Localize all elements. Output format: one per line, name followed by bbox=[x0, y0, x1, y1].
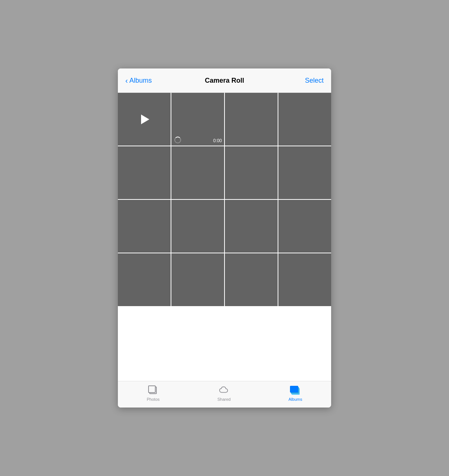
back-chevron-icon: ‹ bbox=[125, 77, 128, 84]
navigation-header: ‹ Albums Camera Roll Select bbox=[118, 68, 331, 93]
empty-content-area bbox=[118, 306, 331, 381]
grid-cell-5[interactable] bbox=[171, 146, 224, 199]
tab-shared-label: Shared bbox=[217, 397, 230, 402]
grid-cell-9[interactable] bbox=[171, 200, 224, 253]
play-icon bbox=[138, 113, 151, 126]
grid-cell-6[interactable] bbox=[225, 146, 278, 199]
grid-cell-4[interactable] bbox=[118, 146, 171, 199]
grid-cell-0[interactable] bbox=[118, 93, 171, 146]
grid-cell-1[interactable]: 0:00 bbox=[171, 93, 224, 146]
loading-spinner-icon bbox=[174, 137, 181, 143]
grid-cell-12[interactable] bbox=[118, 253, 171, 306]
grid-cell-13[interactable] bbox=[171, 253, 224, 306]
play-triangle bbox=[141, 115, 149, 124]
page-title: Camera Roll bbox=[205, 77, 244, 85]
tab-photos[interactable]: Photos bbox=[147, 385, 159, 402]
back-button[interactable]: ‹ Albums bbox=[125, 77, 152, 85]
albums-icon bbox=[290, 385, 300, 396]
tab-albums-label: Albums bbox=[288, 397, 302, 402]
tab-albums[interactable]: Albums bbox=[288, 385, 302, 402]
back-label: Albums bbox=[129, 77, 152, 85]
grid-cell-10[interactable] bbox=[225, 200, 278, 253]
grid-cell-11[interactable] bbox=[278, 200, 331, 253]
grid-cell-15[interactable] bbox=[278, 253, 331, 306]
grid-cell-3[interactable] bbox=[278, 93, 331, 146]
grid-cell-14[interactable] bbox=[225, 253, 278, 306]
phone-frame: ‹ Albums Camera Roll Select 0:00 bbox=[118, 68, 331, 408]
grid-cell-7[interactable] bbox=[278, 146, 331, 199]
shared-icon bbox=[219, 385, 229, 396]
select-button[interactable]: Select bbox=[305, 77, 324, 85]
photo-grid: 0:00 bbox=[118, 93, 331, 306]
grid-cell-2[interactable] bbox=[225, 93, 278, 146]
tab-bar: Photos Shared Albums bbox=[118, 381, 331, 408]
tab-photos-label: Photos bbox=[147, 397, 159, 402]
tab-shared[interactable]: Shared bbox=[217, 385, 230, 402]
grid-cell-8[interactable] bbox=[118, 200, 171, 253]
video-duration: 0:00 bbox=[213, 138, 222, 143]
photos-icon bbox=[148, 385, 158, 396]
